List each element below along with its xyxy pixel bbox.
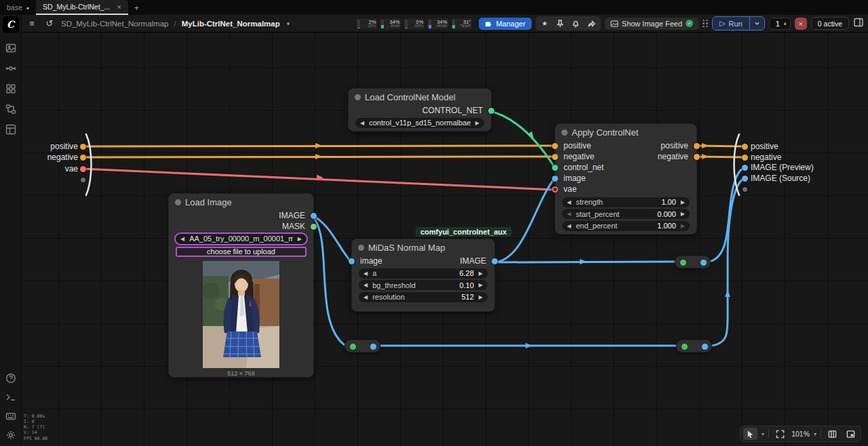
breadcrumb-caret-icon[interactable]: ▾ bbox=[287, 20, 290, 27]
model-library-icon[interactable] bbox=[5, 83, 16, 94]
decrement-icon[interactable]: ◀ bbox=[363, 270, 368, 277]
share-icon[interactable] bbox=[584, 18, 599, 29]
collapsed-node-reroute-c[interactable] bbox=[676, 340, 712, 352]
increment-icon[interactable]: ▶ bbox=[681, 211, 685, 217]
port-control-net-out[interactable] bbox=[488, 108, 494, 114]
collapsed-node-reroute-a[interactable] bbox=[675, 256, 711, 268]
port-control-net-in[interactable] bbox=[552, 165, 558, 171]
shortcuts-icon[interactable] bbox=[5, 410, 16, 422]
show-image-feed-button[interactable]: Show Image Feed ✓ bbox=[605, 18, 698, 30]
new-tab-button[interactable]: + bbox=[128, 0, 146, 15]
port-negative-out[interactable] bbox=[694, 154, 700, 160]
close-tab-icon[interactable]: × bbox=[117, 3, 121, 11]
node-midas-normal-map[interactable]: MiDaS Normal Map image IMAGE ◀ a 6.28 ▶ bbox=[351, 239, 495, 312]
decrement-icon[interactable]: ◀ bbox=[363, 282, 368, 288]
port-image-out[interactable] bbox=[701, 260, 707, 266]
node-load-controlnet-model[interactable]: Load ControlNet Model CONTROL_NET ◀ cont… bbox=[348, 88, 492, 131]
run-options-caret[interactable] bbox=[749, 17, 764, 30]
batch-count-input[interactable]: 1 ▲▼ bbox=[769, 18, 791, 30]
layout-columns-button[interactable] bbox=[825, 428, 840, 440]
output-port-empty[interactable] bbox=[743, 187, 747, 192]
collapsed-node-reroute-b[interactable] bbox=[344, 340, 380, 352]
collapse-dot[interactable] bbox=[358, 245, 364, 251]
node-apply-controlnet[interactable]: Apply ControlNet positive positive negat… bbox=[555, 123, 697, 235]
pin-icon[interactable] bbox=[553, 18, 568, 29]
node-library-icon[interactable] bbox=[5, 62, 16, 74]
terminal-icon[interactable] bbox=[5, 391, 16, 403]
collapse-dot[interactable] bbox=[350, 344, 356, 350]
cancel-run-button[interactable]: × bbox=[795, 18, 807, 30]
resolution-widget[interactable]: ◀ resolution 512 ▶ bbox=[359, 292, 488, 302]
controlnet-model-combo[interactable]: ◀ control_v11p_sd15_normalbae_f ... ▶ bbox=[355, 118, 484, 128]
port-image-out[interactable] bbox=[311, 213, 317, 219]
choose-file-button[interactable]: choose file to upload bbox=[176, 247, 307, 257]
output-port-positive[interactable] bbox=[742, 144, 748, 150]
manager-button[interactable]: Manager bbox=[479, 18, 531, 30]
tab-base[interactable]: base ● bbox=[0, 0, 36, 15]
zoom-caret-icon[interactable]: ▾ bbox=[814, 431, 816, 437]
image-preview[interactable] bbox=[203, 261, 279, 368]
decrement-icon[interactable]: ◀ bbox=[567, 223, 571, 229]
fit-view-button[interactable] bbox=[773, 428, 787, 440]
breadcrumb-current[interactable]: MyLib-CtrlNet_Normalmap bbox=[182, 20, 280, 28]
zoom-level[interactable]: 101% bbox=[791, 430, 810, 438]
templates-icon[interactable] bbox=[5, 123, 16, 135]
collapse-dot[interactable] bbox=[355, 94, 361, 100]
node-load-image[interactable]: Load Image IMAGE MASK ◀ AA_05_try_00000_… bbox=[168, 193, 314, 378]
pointer-tool-button[interactable] bbox=[743, 428, 757, 440]
help-icon[interactable] bbox=[5, 372, 16, 384]
input-port-empty[interactable] bbox=[81, 178, 85, 182]
toolbar-drag-handle[interactable] bbox=[703, 20, 708, 28]
port-image-in[interactable] bbox=[552, 176, 558, 182]
tool-caret-icon[interactable]: ▾ bbox=[762, 431, 764, 437]
increment-icon[interactable]: ▶ bbox=[479, 294, 483, 300]
output-port-image-preview[interactable] bbox=[742, 165, 748, 171]
minimap-button[interactable] bbox=[844, 428, 858, 440]
collapse-dot[interactable] bbox=[682, 344, 688, 350]
start-percent-widget[interactable]: ◀ start_percent 0.000 ▶ bbox=[562, 209, 690, 219]
decrement-icon[interactable]: ◀ bbox=[363, 294, 368, 300]
graph-canvas[interactable]: positive negative vae positive ne bbox=[22, 33, 868, 446]
bg-threshold-widget[interactable]: ◀ bg_threshold 0.10 ▶ bbox=[359, 280, 488, 290]
workflows-icon[interactable] bbox=[5, 103, 16, 115]
combo-next-icon[interactable]: ▶ bbox=[298, 236, 302, 242]
increment-icon[interactable]: ▶ bbox=[479, 282, 483, 288]
combo-prev-icon[interactable]: ◀ bbox=[360, 120, 364, 126]
port-positive-in[interactable] bbox=[552, 143, 558, 149]
combo-next-icon[interactable]: ▶ bbox=[475, 120, 479, 126]
output-port-negative[interactable] bbox=[742, 155, 748, 161]
queue-icon[interactable] bbox=[5, 42, 16, 54]
output-port-image-source[interactable] bbox=[742, 176, 748, 182]
port-image-in[interactable] bbox=[349, 258, 355, 264]
decrement-icon[interactable]: ◀ bbox=[567, 211, 571, 217]
bell-icon[interactable] bbox=[568, 18, 584, 29]
port-negative-in[interactable] bbox=[552, 154, 558, 160]
decrement-icon[interactable]: ◀ bbox=[567, 199, 571, 205]
undo-icon[interactable]: ↺ bbox=[43, 18, 56, 28]
input-port-negative[interactable] bbox=[80, 155, 86, 161]
end-percent-widget[interactable]: ◀ end_percent 1.000 ▶ bbox=[562, 221, 690, 231]
port-mask-out[interactable] bbox=[311, 224, 317, 230]
port-image-out[interactable] bbox=[370, 344, 376, 350]
port-vae-in[interactable] bbox=[552, 186, 558, 192]
collapse-dot[interactable] bbox=[561, 129, 568, 136]
tab-active-workflow[interactable]: SD_MyLib-CtrlNet_... × bbox=[36, 0, 128, 15]
a-widget[interactable]: ◀ a 6.28 ▶ bbox=[359, 268, 488, 279]
port-image-out[interactable] bbox=[492, 258, 498, 264]
input-port-positive[interactable] bbox=[80, 144, 86, 150]
port-positive-out[interactable] bbox=[694, 143, 700, 149]
combo-prev-icon[interactable]: ◀ bbox=[180, 236, 184, 242]
increment-icon[interactable]: ▶ bbox=[479, 270, 483, 277]
collapse-dot[interactable] bbox=[175, 199, 181, 205]
image-file-combo[interactable]: ◀ AA_05_try_00000_m_00001_m.j ... ▶ bbox=[176, 234, 307, 244]
breadcrumb-root[interactable]: SD_MyLib-CtrlNet_Normalmap bbox=[61, 20, 168, 28]
collapse-dot[interactable] bbox=[680, 260, 686, 266]
increment-icon[interactable]: ▶ bbox=[681, 199, 685, 205]
increment-icon[interactable]: ▶ bbox=[681, 223, 685, 229]
settings-gear-icon[interactable] bbox=[5, 429, 16, 441]
hamburger-menu-icon[interactable]: ≡ bbox=[26, 18, 38, 28]
port-image-out[interactable] bbox=[702, 344, 708, 350]
strength-widget[interactable]: ◀ strength 1.00 ▶ bbox=[562, 197, 690, 207]
star-icon[interactable]: ★ bbox=[537, 18, 553, 29]
run-button-main[interactable]: ▷ Run bbox=[713, 17, 749, 30]
